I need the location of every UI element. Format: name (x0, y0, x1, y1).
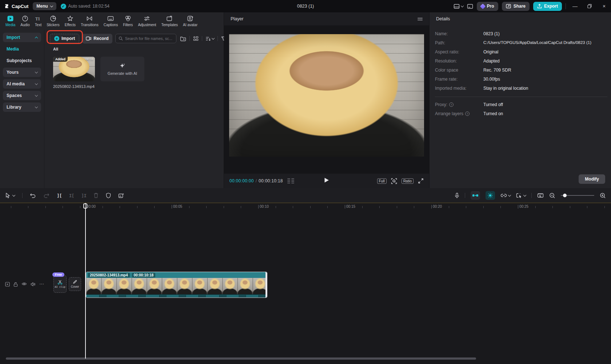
chevron-down-icon (35, 105, 38, 108)
tab-effects[interactable]: Effects (62, 15, 78, 27)
grid-view-icon[interactable] (193, 36, 199, 41)
play-button[interactable] (324, 177, 330, 185)
zoom-in-icon[interactable] (600, 193, 606, 199)
close-button[interactable]: × (599, 0, 610, 12)
search-box[interactable] (115, 34, 176, 43)
zoom-out-icon[interactable] (549, 193, 555, 199)
tab-audio[interactable]: Audio (18, 15, 32, 27)
player-menu-icon[interactable] (418, 18, 423, 20)
tab-adjustment[interactable]: Adjustment (135, 15, 159, 27)
minimize-button[interactable]: — (570, 0, 580, 12)
focus-zoom-icon[interactable] (391, 178, 397, 184)
media-clip-filename: 20250802-134913.mp4 (53, 84, 95, 89)
track-header: ⋯ (0, 282, 49, 287)
stickers-icon (50, 15, 56, 22)
search-input[interactable] (125, 36, 173, 41)
media-clip-thumbnail[interactable]: Added 00:11 (53, 57, 95, 81)
detail-row-proxy: Proxy:? Turned off (435, 102, 607, 107)
trim-left-icon[interactable]: I[ (69, 193, 74, 198)
detail-row-name: Name:0823 (1) (435, 31, 607, 36)
clip-trim-handle[interactable] (265, 272, 267, 298)
modify-button[interactable]: Modify (579, 174, 605, 184)
cover-button[interactable]: Cover (69, 277, 81, 291)
tab-media[interactable]: Media (3, 15, 18, 27)
sidebar-item-spaces[interactable]: Spaces (3, 91, 41, 100)
voiceover-mic-icon[interactable] (455, 193, 459, 199)
share-button[interactable]: Share (502, 2, 530, 11)
search-icon (119, 36, 123, 41)
auto-cut-toggle[interactable] (486, 191, 495, 200)
timeline-preview-icon[interactable] (537, 193, 544, 198)
full-preview-button[interactable]: Full (377, 178, 387, 184)
help-icon[interactable]: ? (449, 102, 454, 107)
sidebar-item-import[interactable]: Import (3, 33, 41, 42)
menu-button[interactable]: Menu (33, 2, 56, 10)
sidebar-item-media[interactable]: Media (3, 44, 41, 54)
sidebar-item-ai-media[interactable]: AI media (3, 79, 41, 89)
panel-toggle-button[interactable] (467, 4, 473, 9)
tab-transitions[interactable]: Transitions (78, 15, 101, 27)
lock-track-icon[interactable] (13, 282, 18, 287)
chevron-down-icon (50, 4, 53, 7)
ratio-button[interactable]: Ratio (402, 178, 414, 184)
ruler-label: 00:25 (518, 205, 528, 209)
mute-track-icon[interactable] (31, 282, 36, 287)
link-clips-button[interactable] (500, 193, 511, 198)
linked-select-button[interactable] (516, 193, 526, 198)
sidebar-item-yours[interactable]: Yours (3, 68, 41, 77)
divider (435, 97, 607, 97)
tab-stickers[interactable]: Stickers (44, 15, 62, 27)
tab-text[interactable]: TI Text (32, 15, 44, 27)
filter-all-label[interactable]: All (53, 47, 58, 51)
tab-templates[interactable]: Templates (159, 15, 180, 27)
autosave-status: ✓ Auto saved: 18:02:54 (61, 4, 109, 9)
track-type-icon (5, 282, 10, 287)
pro-button[interactable]: Pro (477, 2, 498, 11)
split-icon[interactable]: ][ (57, 193, 62, 198)
export-frame-icon[interactable] (118, 193, 124, 198)
export-button[interactable]: Export (533, 2, 562, 11)
timeline-clip[interactable]: 20250802-134913.mp4 00:00:10:18 (86, 272, 267, 298)
more-options-icon[interactable]: ⋯ (39, 282, 44, 287)
slider-handle[interactable] (563, 194, 567, 197)
playhead-handle[interactable] (83, 203, 87, 209)
timeline-ruler[interactable]: 00:00 00:05 00:10 00:15 00:20 00:25 (0, 203, 611, 211)
select-tool-button[interactable] (5, 193, 15, 198)
toggle-visibility-icon[interactable] (21, 282, 27, 286)
generate-with-ai-card[interactable]: Generate with AI (100, 57, 144, 81)
media-library-panel: + Import Record (44, 30, 224, 188)
tab-captions[interactable]: Captions (101, 15, 120, 27)
magnetic-snap-toggle[interactable] (471, 191, 480, 200)
fullscreen-icon[interactable] (418, 178, 424, 184)
tab-ai-avatar[interactable]: AI avatar (180, 15, 200, 27)
help-icon[interactable]: ? (465, 112, 470, 116)
chevron-down-icon (523, 193, 526, 196)
tab-filters[interactable]: Filters (120, 15, 135, 27)
video-preview[interactable] (229, 34, 424, 157)
sort-button[interactable] (205, 36, 214, 41)
trim-right-icon[interactable]: ]I (81, 193, 86, 198)
redo-icon[interactable] (43, 193, 49, 198)
ai-clip-button[interactable]: AI clip (53, 275, 67, 293)
sidebar-item-library[interactable]: Library (3, 102, 41, 112)
timeline-zoom-slider[interactable] (561, 195, 594, 196)
new-folder-icon[interactable] (180, 36, 186, 41)
undo-icon[interactable] (30, 193, 36, 198)
chevron-down-icon (508, 193, 511, 196)
record-button[interactable]: Record (82, 34, 112, 44)
player-viewport (224, 25, 429, 174)
timeline-horizontal-scrollbar[interactable] (6, 357, 476, 360)
playhead-line[interactable] (85, 203, 86, 359)
import-button[interactable]: + Import (50, 34, 79, 44)
sidebar-item-subprojects[interactable]: Subprojects (3, 56, 41, 65)
layout-switch-button[interactable] (454, 4, 463, 9)
restore-button[interactable] (584, 0, 595, 12)
camera-icon (86, 36, 91, 41)
delete-icon[interactable] (93, 193, 99, 198)
ruler-label: 00:10 (258, 205, 269, 209)
adjustment-icon (144, 15, 150, 22)
snapshot-compare-icon[interactable] (287, 178, 294, 183)
check-icon: ✓ (61, 4, 66, 9)
mask-icon[interactable] (106, 193, 111, 198)
detail-row-frame-rate: Frame rate:30.00fps (435, 77, 607, 82)
